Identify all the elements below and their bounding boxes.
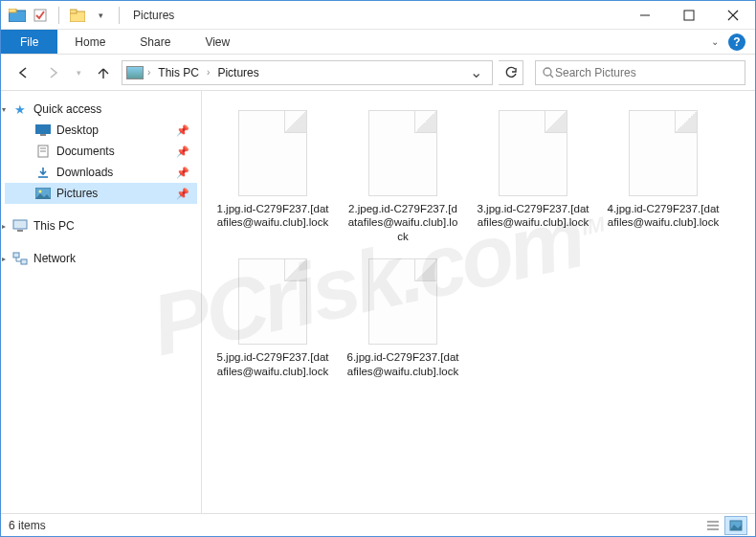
ribbon-tab-view[interactable]: View xyxy=(188,30,247,54)
qat-dropdown-icon[interactable]: ▾ xyxy=(92,7,109,24)
ribbon: File Home Share View ⌄ ? xyxy=(1,30,755,55)
svg-point-9 xyxy=(544,68,551,76)
explorer-icon xyxy=(9,7,26,24)
file-item[interactable]: 4.jpg.id-C279F237.[datafiles@waifu.club]… xyxy=(602,106,724,247)
sidebar-this-pc[interactable]: ▸ This PC xyxy=(5,215,197,236)
file-item[interactable]: 5.jpg.id-C279F237.[datafiles@waifu.club]… xyxy=(211,255,334,382)
back-button[interactable] xyxy=(11,60,35,85)
pictures-location-icon xyxy=(126,66,144,79)
sidebar-label: Quick access xyxy=(33,102,101,116)
chevron-right-icon[interactable]: › xyxy=(147,67,150,78)
file-name-label: 4.jpg.id-C279F237.[datafiles@waifu.club]… xyxy=(606,202,721,230)
sidebar-item-label: Pictures xyxy=(56,187,98,200)
file-name-label: 1.jpg.id-C279F237.[datafiles@waifu.club]… xyxy=(215,202,330,230)
svg-rect-20 xyxy=(17,230,23,232)
address-dropdown-icon[interactable]: ⌄ xyxy=(464,63,488,81)
sidebar-item-label: Documents xyxy=(56,145,115,158)
search-box[interactable] xyxy=(535,60,745,85)
computer-icon xyxy=(12,218,28,234)
ribbon-file-tab[interactable]: File xyxy=(1,30,57,54)
pin-icon: 📌 xyxy=(176,124,193,137)
sidebar-quick-access[interactable]: ▾ ★ Quick access xyxy=(5,99,197,120)
close-button[interactable] xyxy=(711,1,755,30)
svg-rect-19 xyxy=(13,220,27,229)
sidebar-item-downloads[interactable]: Downloads 📌 xyxy=(5,162,197,183)
address-bar[interactable]: › This PC › Pictures ⌄ xyxy=(122,60,493,85)
sidebar-item-documents[interactable]: Documents 📌 xyxy=(5,141,197,162)
svg-rect-21 xyxy=(13,253,19,257)
details-view-button[interactable] xyxy=(701,516,724,535)
navigation-pane: ▾ ★ Quick access Desktop 📌 Documents 📌 D… xyxy=(1,91,202,513)
chevron-right-icon[interactable]: ▸ xyxy=(2,255,6,263)
checkbox-icon[interactable] xyxy=(32,7,49,24)
sidebar-item-label: Downloads xyxy=(56,166,113,179)
file-item[interactable]: 6.jpg.id-C279F237.[datafiles@waifu.club]… xyxy=(342,255,464,382)
svg-line-10 xyxy=(550,75,553,78)
thumbnails-view-button[interactable] xyxy=(724,516,747,535)
file-thumbnail-icon xyxy=(238,258,307,345)
file-item[interactable]: 1.jpg.id-C279F237.[datafiles@waifu.club]… xyxy=(211,106,334,247)
svg-rect-12 xyxy=(40,134,46,136)
sidebar-item-pictures[interactable]: Pictures 📌 xyxy=(5,183,197,204)
svg-rect-22 xyxy=(21,259,27,264)
sidebar-item-label: Desktop xyxy=(56,123,99,137)
title-bar: ▾ Pictures xyxy=(1,1,755,30)
file-thumbnail-icon xyxy=(629,110,698,196)
up-button[interactable] xyxy=(91,60,116,85)
svg-point-18 xyxy=(39,190,42,193)
svg-rect-6 xyxy=(684,11,694,20)
breadcrumb-pictures[interactable]: Pictures xyxy=(213,64,262,81)
sidebar-label: This PC xyxy=(33,219,75,233)
svg-rect-1 xyxy=(9,9,16,12)
maximize-button[interactable] xyxy=(667,1,711,30)
ribbon-expand-icon[interactable]: ⌄ xyxy=(711,36,719,47)
svg-rect-4 xyxy=(70,10,77,13)
sidebar-label: Network xyxy=(33,252,76,265)
file-thumbnail-icon xyxy=(368,110,437,196)
file-list[interactable]: 1.jpg.id-C279F237.[datafiles@waifu.club]… xyxy=(202,91,755,513)
documents-icon xyxy=(35,144,51,159)
file-item[interactable]: 3.jpg.id-C279F237.[datafiles@waifu.club]… xyxy=(472,106,594,247)
sidebar-network[interactable]: ▸ Network xyxy=(5,248,197,269)
pin-icon: 📌 xyxy=(176,145,193,158)
sidebar-item-desktop[interactable]: Desktop 📌 xyxy=(5,120,197,141)
status-bar: 6 items xyxy=(1,513,755,536)
svg-rect-11 xyxy=(35,124,51,134)
help-icon[interactable]: ? xyxy=(728,34,745,51)
ribbon-tab-share[interactable]: Share xyxy=(122,30,188,54)
breadcrumb-thispc[interactable]: This PC xyxy=(154,64,203,81)
chevron-right-icon[interactable]: › xyxy=(207,67,210,78)
desktop-icon xyxy=(35,123,51,138)
folder-small-icon[interactable] xyxy=(69,7,86,24)
file-thumbnail-icon xyxy=(368,258,437,345)
ribbon-tab-home[interactable]: Home xyxy=(57,30,122,54)
network-icon xyxy=(12,251,28,266)
window-title: Pictures xyxy=(133,9,174,22)
chevron-down-icon[interactable]: ▾ xyxy=(2,105,6,114)
refresh-button[interactable] xyxy=(499,60,523,85)
file-item[interactable]: 2.jpeg.id-C279F237.[datafiles@waifu.club… xyxy=(342,106,464,247)
pin-icon: 📌 xyxy=(176,167,193,179)
file-name-label: 5.jpg.id-C279F237.[datafiles@waifu.club]… xyxy=(215,350,330,378)
file-name-label: 6.jpg.id-C279F237.[datafiles@waifu.club]… xyxy=(345,350,460,378)
file-thumbnail-icon xyxy=(238,110,307,196)
chevron-right-icon[interactable]: ▸ xyxy=(2,222,6,231)
pictures-icon xyxy=(35,186,51,201)
file-name-label: 3.jpg.id-C279F237.[datafiles@waifu.club]… xyxy=(476,202,590,230)
file-name-label: 2.jpeg.id-C279F237.[datafiles@waifu.club… xyxy=(345,202,460,243)
file-thumbnail-icon xyxy=(499,110,567,196)
pin-icon: 📌 xyxy=(176,188,193,200)
search-input[interactable] xyxy=(555,66,739,79)
forward-button[interactable] xyxy=(41,60,66,85)
star-icon: ★ xyxy=(12,101,28,117)
recent-dropdown[interactable]: ▾ xyxy=(72,60,85,85)
navigation-bar: ▾ › This PC › Pictures ⌄ xyxy=(1,55,755,91)
status-item-count: 6 items xyxy=(9,519,46,532)
downloads-icon xyxy=(35,165,51,180)
minimize-button[interactable] xyxy=(623,1,667,30)
search-icon xyxy=(542,66,555,79)
